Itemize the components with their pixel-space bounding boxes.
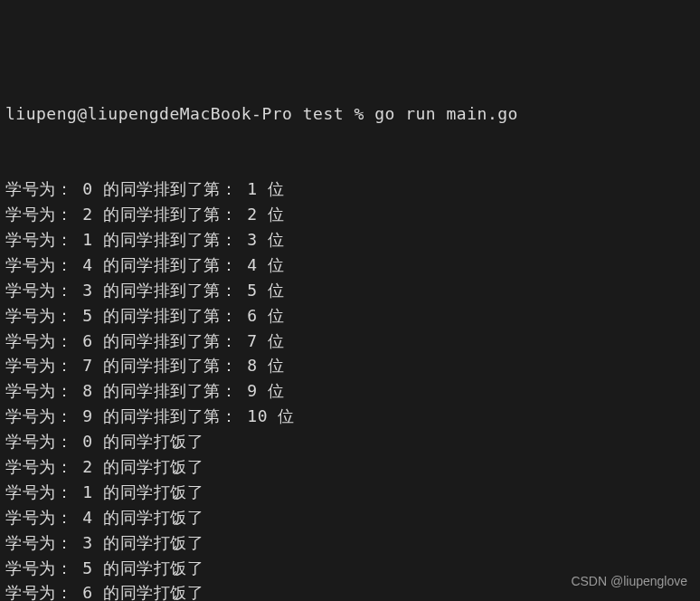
terminal-output[interactable]: liupeng@liupengdeMacBook-Pro test % go r… xyxy=(5,0,695,601)
queue-line: 学号为： 8 的同学排到了第： 9 位 xyxy=(5,378,695,404)
eat-line: 学号为： 1 的同学打饭了 xyxy=(5,480,695,505)
prompt-symbol: % xyxy=(354,104,364,123)
queue-line: 学号为： 0 的同学排到了第： 1 位 xyxy=(5,176,695,202)
watermark: CSDN @liupenglove xyxy=(571,572,687,592)
queue-line: 学号为： 7 的同学排到了第： 8 位 xyxy=(5,353,695,378)
queue-line: 学号为： 4 的同学排到了第： 4 位 xyxy=(5,253,695,278)
program-output: 学号为： 0 的同学排到了第： 1 位学号为： 2 的同学排到了第： 2 位学号… xyxy=(5,176,695,601)
queue-line: 学号为： 1 的同学排到了第： 3 位 xyxy=(5,227,695,253)
queue-line: 学号为： 2 的同学排到了第： 2 位 xyxy=(5,202,695,227)
queue-line: 学号为： 5 的同学排到了第： 6 位 xyxy=(5,303,695,329)
prompt-dir: test xyxy=(303,104,344,123)
command-prompt-line: liupeng@liupengdeMacBook-Pro test % go r… xyxy=(5,101,695,127)
queue-line: 学号为： 6 的同学排到了第： 7 位 xyxy=(5,329,695,354)
queue-line: 学号为： 3 的同学排到了第： 5 位 xyxy=(5,278,695,303)
eat-line: 学号为： 4 的同学打饭了 xyxy=(5,505,695,530)
command-text: go run main.go xyxy=(374,104,518,123)
eat-line: 学号为： 2 的同学打饭了 xyxy=(5,454,695,480)
eat-line: 学号为： 0 的同学打饭了 xyxy=(5,429,695,454)
eat-line: 学号为： 3 的同学打饭了 xyxy=(5,530,695,556)
prompt-user-host: liupeng@liupengdeMacBook-Pro xyxy=(5,104,292,123)
queue-line: 学号为： 9 的同学排到了第： 10 位 xyxy=(5,404,695,429)
